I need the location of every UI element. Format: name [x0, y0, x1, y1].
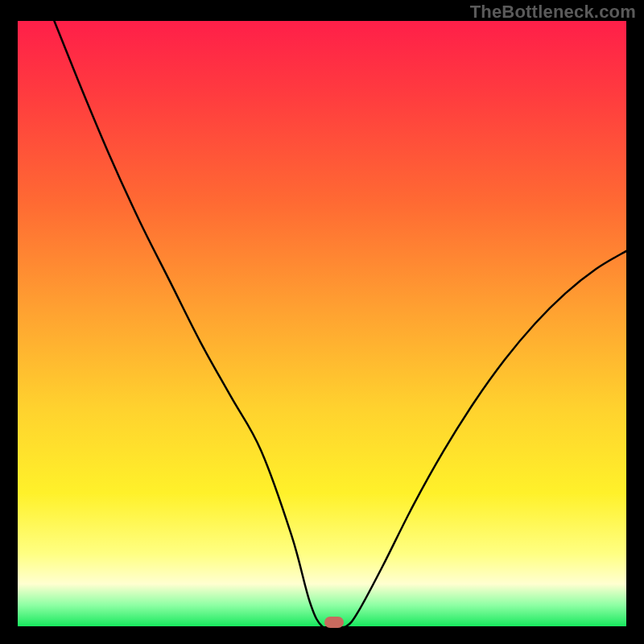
watermark-text: TheBottleneck.com — [470, 2, 636, 23]
optimum-marker — [324, 617, 344, 628]
chart-frame: TheBottleneck.com — [0, 0, 644, 644]
bottleneck-curve — [18, 21, 626, 626]
plot-area — [18, 21, 626, 626]
